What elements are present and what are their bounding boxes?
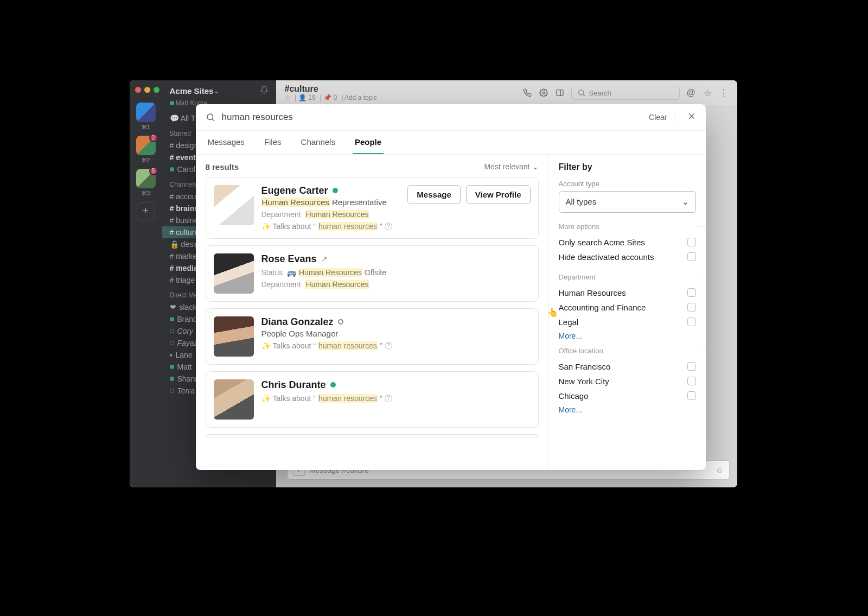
person-name: Diana Gonzalez [261,316,334,328]
avatar [214,253,254,294]
avatar [214,316,254,357]
checkbox-icon[interactable] [687,377,696,385]
filter-section-label: Office location [559,347,696,355]
svg-line-4 [583,94,585,96]
checkbox-icon[interactable] [687,238,696,246]
add-topic-link[interactable]: Add a topic [344,94,377,101]
checkbox-icon[interactable] [687,303,696,312]
checkbox-icon[interactable] [687,288,696,297]
filter-checkbox-row[interactable]: San Francisco [559,359,696,374]
presence-online-icon [333,188,338,193]
more-departments-link[interactable]: More... [559,332,696,340]
presence-online-icon [330,382,336,388]
help-icon[interactable]: ? [385,342,392,350]
avatar [214,185,254,225]
chevron-down-icon[interactable]: ⌄ [213,86,220,95]
minimize-window-icon[interactable] [144,87,150,93]
emoji-icon[interactable]: ☺ [716,466,723,474]
call-icon[interactable] [522,88,532,98]
person-name: Rose Evans [261,253,317,265]
help-icon[interactable]: ? [385,223,392,230]
add-workspace-button[interactable]: + [137,202,155,220]
more-icon[interactable]: ⋮ [719,88,729,98]
tab-people[interactable]: People [353,131,384,154]
maximize-window-icon[interactable] [154,87,159,93]
filter-checkbox-row[interactable]: Only search Acme Sites [559,235,696,250]
header-search[interactable]: Search [571,86,680,100]
search-input[interactable] [222,112,635,123]
filter-checkbox-row[interactable]: Human Resources [559,285,696,300]
search-filters: Filter by Account type All types ⌄ More … [548,155,706,470]
filters-title: Filter by [559,162,696,172]
chevron-down-icon: ⌄ [682,197,689,207]
tab-messages[interactable]: Messages [206,131,247,154]
workspace-switcher-2[interactable]: 2 [136,136,156,155]
filter-checkbox-row[interactable]: Legal [559,315,696,329]
search-tabs: Messages Files Channels People [196,131,706,155]
gear-icon[interactable] [539,88,548,98]
tab-channels[interactable]: Channels [299,131,337,154]
workspace-shortcut: ⌘3 [142,190,150,196]
person-result-card[interactable]: Diana Gonzalez People Ops Manager ✨ Talk… [206,308,539,365]
workspace-shortcut: ⌘1 [142,124,150,130]
help-icon[interactable]: ? [385,395,392,402]
talks-about: ✨ Talks about “human resources” ? [261,222,531,231]
workspace-shortcut: ⌘2 [142,157,150,163]
person-department: Department Human Resources [261,210,531,219]
close-modal-button[interactable] [682,112,696,123]
filter-checkbox-row[interactable]: New York City [559,374,696,389]
person-title: People Ops Manager [261,329,531,338]
checkbox-icon[interactable] [687,252,696,261]
close-window-icon[interactable] [135,87,141,93]
view-profile-button[interactable]: View Profile [466,185,531,204]
star-icon[interactable]: ☆ [703,88,712,98]
svg-point-5 [207,114,213,120]
more-offices-link[interactable]: More... [559,405,696,414]
search-icon [206,112,215,122]
talks-about: ✨ Talks about “human resources” ? [261,394,531,403]
channel-header: #culture ☆ | 👤 19 | 📌 0 | Add a topic Se… [276,80,737,106]
details-icon[interactable] [555,88,565,98]
channel-name[interactable]: #culture [285,84,377,94]
window-controls[interactable] [135,85,159,97]
sort-dropdown[interactable]: Most relevant ⌄ [484,162,538,171]
star-icon[interactable]: ☆ [285,94,291,101]
search-results: 8 results Most relevant ⌄ Eugene Carter … [196,155,548,470]
close-icon [687,112,696,120]
channel-meta: ☆ | 👤 19 | 📌 0 | Add a topic [285,94,377,101]
person-department: Department Human Resources [261,280,531,289]
search-bar: Clear [196,104,706,131]
clear-search-button[interactable]: Clear [641,113,675,122]
workspace-switcher-3[interactable]: 5 [136,169,156,188]
checkbox-icon[interactable] [687,317,696,326]
filter-section-label: More options [559,223,696,231]
svg-point-3 [578,90,583,95]
external-link-icon: ↗ [321,255,328,263]
person-status: Status 🚌 Human Resources Offsite [261,268,531,277]
mentions-icon[interactable]: @ [686,88,696,98]
search-icon [577,88,586,97]
tab-files[interactable]: Files [262,131,284,154]
svg-line-6 [212,119,214,120]
account-type-select[interactable]: All types ⌄ [559,191,696,213]
workspace-switcher-1[interactable] [136,103,156,122]
svg-rect-1 [557,90,563,96]
filter-checkbox-row[interactable]: Hide deactivated accounts [559,250,696,264]
talks-about: ✨ Talks about “human resources” ? [261,341,531,350]
checkbox-icon[interactable] [687,362,696,371]
workspace-name[interactable]: Acme Sites [170,86,214,96]
notifications-icon[interactable] [260,86,269,96]
svg-point-0 [542,92,545,94]
person-result-card[interactable]: Chris Durante ✨ Talks about “human resou… [206,371,539,428]
filter-section-label: Department [559,273,696,281]
filter-checkbox-row[interactable]: Accounting and Finance [559,300,696,315]
person-result-card[interactable]: Rose Evans ↗ Status 🚌 Human Resources Of… [206,245,539,302]
person-name: Chris Durante [261,379,326,391]
person-name: Eugene Carter [261,185,328,196]
filter-checkbox-row[interactable]: Chicago [559,389,696,403]
message-button[interactable]: Message [407,185,460,204]
person-result-card[interactable]: Eugene Carter Human Resources Representa… [206,177,539,239]
workspace-rail: ⌘1 2 ⌘2 5 ⌘3 + [130,80,162,487]
checkbox-icon[interactable] [687,391,696,400]
notification-badge: 5 [149,167,158,175]
